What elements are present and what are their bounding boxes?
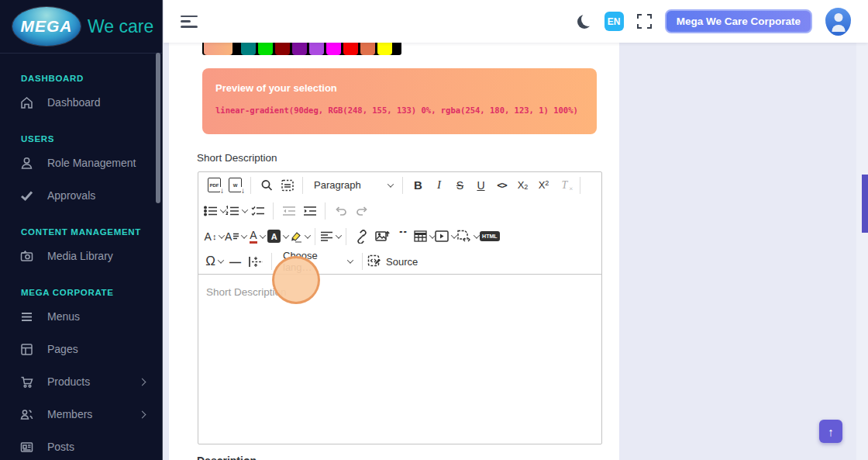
font-size-button[interactable]: A↕ [204, 227, 225, 247]
fullscreen-icon[interactable] [637, 14, 652, 29]
org-selector-button[interactable]: Mega We Care Corporate [665, 9, 812, 33]
find-replace-icon [260, 178, 274, 192]
numbered-list-button[interactable] [226, 201, 247, 221]
undo-icon [334, 206, 348, 216]
insert-media-button[interactable] [435, 227, 456, 247]
indent-icon [303, 206, 317, 216]
redo-button[interactable] [351, 201, 372, 221]
font-family-lines-icon [233, 233, 239, 240]
bold-button[interactable]: B [408, 175, 429, 195]
sidebar-item-posts[interactable]: Posts [0, 431, 162, 460]
touch-indicator-circle [272, 256, 320, 304]
palette-swatch-coral[interactable] [360, 43, 375, 55]
link-button[interactable] [351, 227, 372, 247]
source-button[interactable]: Source [367, 251, 418, 272]
underline-button[interactable]: U [470, 175, 491, 195]
highlight-marker-icon [288, 230, 302, 243]
chevron-right-icon [139, 378, 146, 386]
sidebar-item-members[interactable]: Members [0, 398, 162, 431]
text-alignment-button[interactable] [320, 227, 341, 247]
palette-swatch-violet[interactable] [309, 43, 324, 55]
sidebar-item-dashboard[interactable]: Dashboard [0, 86, 162, 119]
page-break-icon [249, 256, 264, 268]
arrow-up-icon: ↑ [828, 425, 834, 438]
language-badge[interactable]: EN [604, 12, 624, 31]
strikethrough-button[interactable]: S [450, 175, 470, 195]
insert-table-button[interactable] [414, 227, 435, 247]
palette-swatch-darkred[interactable] [275, 43, 290, 55]
sidebar-item-media-library[interactable]: Media Library [0, 240, 162, 272]
code-button[interactable]: <> [491, 175, 512, 195]
avatar-head [834, 13, 842, 22]
camera-icon [19, 249, 34, 264]
block-quote-button[interactable]: “ [393, 227, 414, 247]
indent-button[interactable] [299, 201, 320, 221]
editor-content-area[interactable]: Short Description [198, 275, 601, 444]
source-code-icon [367, 254, 381, 268]
cart-icon [19, 375, 34, 389]
export-word-button[interactable]: W↓ [225, 175, 246, 195]
sidebar-item-approvals[interactable]: Approvals [0, 179, 162, 212]
insert-image-button[interactable] [372, 227, 393, 247]
toolbar-separator [273, 202, 274, 220]
align-left-icon [320, 231, 333, 241]
select-all-icon [281, 178, 294, 192]
top-header: EN Mega We Care Corporate [164, 0, 868, 43]
sidebar-item-products[interactable]: Products [0, 365, 162, 398]
font-color-button[interactable]: A [246, 227, 267, 247]
html-embed-button[interactable]: HTML [479, 227, 500, 247]
subscript-button[interactable]: X2 [512, 175, 533, 195]
todo-list-button[interactable] [247, 201, 268, 221]
insert-template-button[interactable] [456, 227, 479, 247]
palette-gradient-swatch[interactable] [204, 43, 232, 55]
font-family-button[interactable]: A [225, 227, 246, 247]
logo[interactable]: MEGA We care [0, 0, 162, 54]
page-scrollbar-track[interactable] [856, 43, 868, 460]
palette-swatch-yellow[interactable] [377, 43, 392, 55]
find-replace-button[interactable] [256, 175, 277, 195]
font-background-color-button[interactable]: A [267, 227, 288, 247]
palette-swatch-green[interactable] [258, 43, 273, 55]
superscript-button[interactable]: X2 [533, 175, 554, 195]
bulleted-list-button[interactable] [204, 201, 226, 221]
horizontal-line-button[interactable]: — [225, 251, 246, 272]
sidebar-item-pages[interactable]: Pages [0, 333, 162, 365]
palette-swatch-magenta[interactable] [326, 43, 341, 55]
news-icon [19, 440, 34, 455]
hamburger-menu-icon[interactable] [181, 16, 198, 28]
dark-mode-toggle-moon-icon[interactable] [577, 15, 591, 29]
palette-swatch-red[interactable] [343, 43, 358, 55]
check-icon [19, 188, 34, 203]
sidebar-item-label: Members [47, 408, 92, 420]
chevron-down-icon [259, 232, 265, 238]
color-palette-strip [202, 43, 401, 55]
highlight-button[interactable] [288, 227, 310, 247]
page-break-button[interactable] [246, 251, 267, 272]
chevron-down-icon [347, 257, 353, 263]
logo-tagline: We care [88, 16, 153, 37]
numbered-list-icon [226, 206, 239, 216]
sidebar-item-menus[interactable]: Menus [0, 300, 162, 333]
home-icon [19, 95, 34, 110]
undo-button[interactable] [330, 201, 351, 221]
chevron-down-icon [218, 257, 224, 263]
paragraph-style-dropdown[interactable]: Paragraph [308, 175, 398, 195]
table-icon [414, 230, 427, 242]
image-upload-icon [375, 230, 390, 243]
palette-swatch-purple[interactable] [292, 43, 307, 55]
remove-format-button[interactable]: T× [554, 175, 575, 195]
special-characters-button[interactable]: Ω [204, 251, 225, 272]
editor-toolbar-row-2 [198, 198, 601, 223]
sidebar-item-label: Pages [47, 343, 78, 355]
export-pdf-button[interactable]: PDF↓ [204, 175, 225, 195]
palette-swatch-teal[interactable] [241, 43, 256, 55]
sidebar-item-role-management[interactable]: Role Management [0, 147, 162, 179]
scroll-to-top-button[interactable]: ↑ [819, 420, 842, 443]
select-all-button[interactable] [277, 175, 298, 195]
toolbar-separator [402, 177, 403, 194]
page-scrollbar-thumb[interactable] [862, 175, 868, 233]
user-avatar[interactable] [825, 8, 851, 36]
media-icon [435, 230, 449, 242]
outdent-button[interactable] [278, 201, 299, 221]
italic-button[interactable]: I [429, 175, 450, 195]
